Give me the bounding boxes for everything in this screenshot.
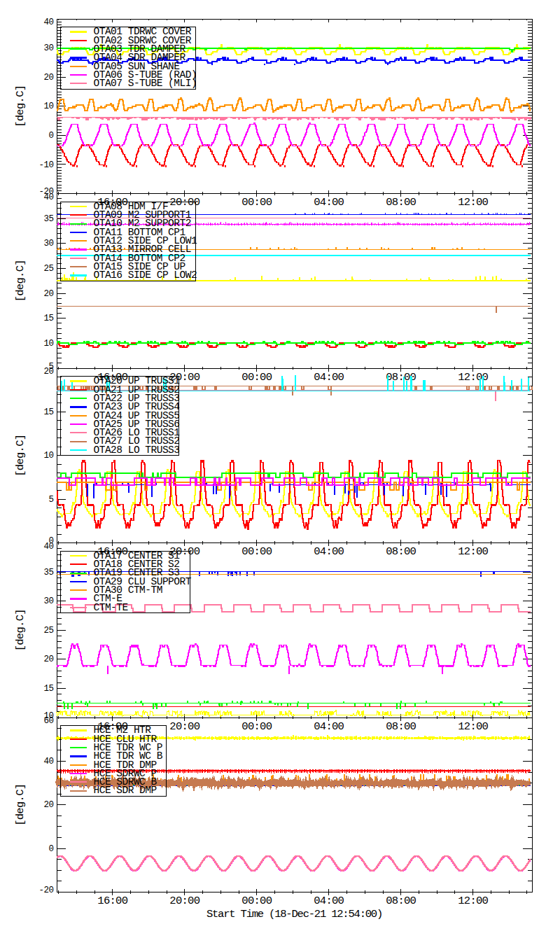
svg-text:10: 10	[43, 102, 53, 111]
svg-text:04:00: 04:00	[314, 895, 344, 907]
svg-text:Start Time (18-Dec-21 12:54:00: Start Time (18-Dec-21 12:54:00)	[206, 908, 382, 920]
svg-text:25: 25	[43, 626, 53, 636]
svg-text:08:00: 08:00	[386, 895, 416, 907]
svg-text:30: 30	[43, 43, 53, 53]
svg-text:5: 5	[48, 495, 53, 505]
svg-text:20: 20	[43, 800, 53, 810]
svg-text:[deg.C]: [deg.C]	[14, 85, 27, 127]
svg-text:40: 40	[43, 757, 53, 766]
svg-text:40: 40	[43, 192, 53, 202]
svg-text:40: 40	[43, 18, 53, 27]
svg-text:00:00: 00:00	[241, 720, 272, 733]
svg-text:00:00: 00:00	[241, 545, 272, 558]
svg-text:-20: -20	[38, 886, 53, 895]
svg-text:00:00: 00:00	[241, 196, 272, 209]
svg-text:00:00: 00:00	[241, 895, 272, 907]
svg-text:15: 15	[43, 314, 53, 323]
svg-text:10: 10	[43, 339, 53, 349]
svg-text:20: 20	[43, 654, 53, 664]
svg-text:[deg.C]: [deg.C]	[14, 609, 27, 651]
svg-text:10: 10	[43, 451, 53, 461]
svg-text:30: 30	[43, 596, 53, 606]
svg-text:[deg.C]: [deg.C]	[14, 260, 27, 302]
svg-text:04:00: 04:00	[314, 545, 344, 558]
svg-text:15: 15	[43, 407, 53, 417]
svg-text:[deg.C]: [deg.C]	[14, 435, 27, 477]
svg-text:35: 35	[43, 568, 53, 578]
svg-text:04:00: 04:00	[314, 196, 344, 209]
svg-text:20: 20	[43, 73, 53, 83]
svg-text:HCE SDR DMP: HCE SDR DMP	[94, 785, 157, 796]
svg-text:30: 30	[43, 239, 53, 248]
svg-text:40: 40	[43, 542, 53, 552]
svg-text:00:00: 00:00	[241, 371, 272, 384]
svg-text:OTA16 SIDE CP LOW2: OTA16 SIDE CP LOW2	[94, 270, 197, 281]
svg-text:20:00: 20:00	[169, 196, 200, 209]
svg-text:12:00: 12:00	[458, 720, 488, 733]
svg-text:12:00: 12:00	[458, 895, 488, 907]
svg-text:15: 15	[43, 684, 53, 694]
svg-text:08:00: 08:00	[386, 196, 416, 209]
svg-text:08:00: 08:00	[386, 720, 416, 733]
svg-text:08:00: 08:00	[386, 545, 416, 558]
svg-text:OTA07 S-TUBE (MLI): OTA07 S-TUBE (MLI)	[94, 78, 197, 89]
svg-text:35: 35	[43, 214, 53, 224]
svg-text:20: 20	[43, 367, 53, 377]
svg-text:[deg.C]: [deg.C]	[14, 784, 27, 826]
svg-text:12:00: 12:00	[458, 371, 488, 384]
svg-text:-10: -10	[38, 160, 53, 170]
svg-text:04:00: 04:00	[314, 720, 344, 733]
svg-text:20: 20	[43, 289, 53, 299]
svg-text:20:00: 20:00	[169, 720, 200, 733]
svg-text:0: 0	[48, 844, 53, 854]
svg-text:25: 25	[43, 264, 53, 274]
svg-text:60: 60	[43, 716, 53, 726]
svg-text:0: 0	[48, 131, 53, 141]
svg-text:12:00: 12:00	[458, 196, 488, 209]
svg-text:20:00: 20:00	[169, 895, 200, 907]
svg-text:CTM-TE: CTM-TE	[94, 602, 128, 613]
svg-text:04:00: 04:00	[314, 371, 344, 384]
svg-text:12:00: 12:00	[458, 545, 488, 558]
svg-text:OTA28 LO TRUSS3: OTA28 LO TRUSS3	[94, 444, 180, 456]
svg-text:16:00: 16:00	[97, 895, 127, 907]
